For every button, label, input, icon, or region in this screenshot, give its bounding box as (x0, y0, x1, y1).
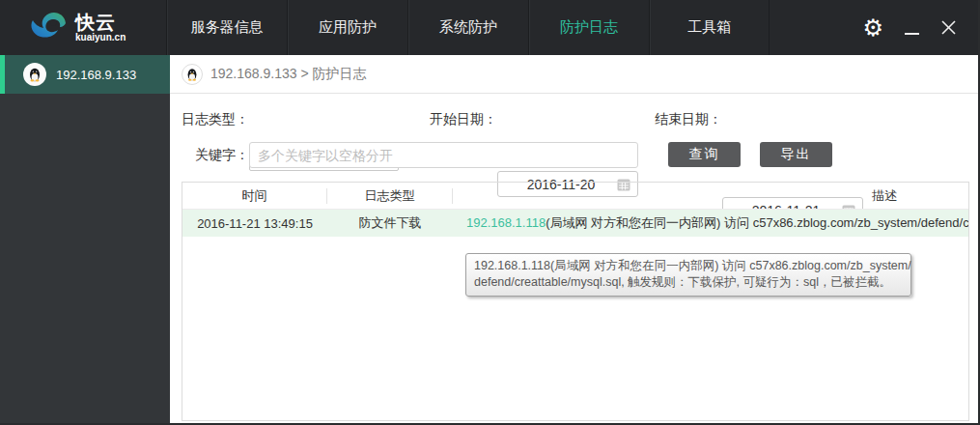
log-desc-text: (局域网 对方和您在同一内部网) 访问 c57x86.zblog.com/zb_… (546, 215, 968, 230)
brand-logo: 快云 kuaiyun.cn (0, 0, 166, 55)
column-header-desc: 描述 (453, 188, 968, 204)
column-header-type: 日志类型 (327, 188, 453, 204)
table-row[interactable]: 2016-11-21 13:49:15 防文件下载 192.168.1.118(… (182, 210, 968, 237)
log-type: 防文件下载 (327, 214, 453, 232)
log-description: 192.168.1.118(局域网 对方和您在同一内部网) 访问 c57x86.… (453, 214, 968, 232)
window-controls: ⚙ (770, 0, 978, 55)
brand-name: 快云 (75, 13, 126, 32)
app-window: 快云 kuaiyun.cn 服务器信息 应用防护 系统防护 防护日志 工具箱 ⚙ (0, 0, 980, 425)
table-header: 时间 日志类型 描述 (182, 183, 968, 210)
minimize-icon (905, 33, 919, 35)
main-nav: 服务器信息 应用防护 系统防护 防护日志 工具箱 (166, 0, 770, 55)
kuaiyun-swirl-icon (29, 9, 68, 47)
log-table: 时间 日志类型 描述 2016-11-21 13:49:15 防文件下载 192… (182, 182, 969, 421)
tab-protection-log[interactable]: 防护日志 (528, 0, 649, 55)
log-source-ip: 192.168.1.118 (466, 215, 546, 230)
sidebar-item-server[interactable]: 192.168.9.133 (0, 55, 170, 94)
minimize-button[interactable] (905, 17, 919, 39)
server-sidebar: 192.168.9.133 (0, 55, 170, 423)
tab-app-protection[interactable]: 应用防护 (287, 0, 407, 55)
breadcrumb: 192.168.9.133 > 防护日志 (170, 55, 978, 94)
settings-gear-icon[interactable]: ⚙ (862, 16, 883, 40)
tab-toolbox[interactable]: 工具箱 (649, 0, 770, 55)
brand-domain: kuaiyun.cn (75, 32, 126, 43)
keyword-label: 关键字： (182, 142, 249, 168)
tooltip-line-1: 192.168.1.118(局域网 对方和您在同一内部网) 访问 c57x86.… (474, 258, 903, 274)
column-header-time: 时间 (182, 188, 327, 204)
export-button[interactable]: 导出 (760, 142, 832, 167)
close-button[interactable] (940, 19, 957, 36)
linux-tux-icon (23, 63, 46, 86)
tab-server-info[interactable]: 服务器信息 (166, 0, 287, 55)
keyword-input[interactable] (249, 142, 638, 168)
start-date-label: 开始日期： (430, 106, 497, 132)
end-date-label: 结束日期： (655, 106, 722, 132)
breadcrumb-text: 192.168.9.133 > 防护日志 (210, 66, 367, 83)
log-type-label: 日志类型： (182, 106, 249, 132)
log-detail-tooltip: 192.168.1.118(局域网 对方和您在同一内部网) 访问 c57x86.… (465, 253, 911, 297)
query-button[interactable]: 查询 (668, 142, 741, 167)
close-icon (940, 19, 957, 36)
titlebar: 快云 kuaiyun.cn 服务器信息 应用防护 系统防护 防护日志 工具箱 ⚙ (0, 0, 978, 55)
log-time: 2016-11-21 13:49:15 (182, 216, 327, 231)
linux-tux-icon (182, 64, 203, 85)
sidebar-server-label: 192.168.9.133 (56, 68, 136, 82)
tooltip-line-2: defend/creattable/mysql.sql, 触发规则：下载保护, … (474, 274, 903, 291)
main-content: 192.168.9.133 > 防护日志 日志类型： 网站防护日志 开始日期： … (170, 55, 978, 423)
tab-system-protection[interactable]: 系统防护 (407, 0, 528, 55)
